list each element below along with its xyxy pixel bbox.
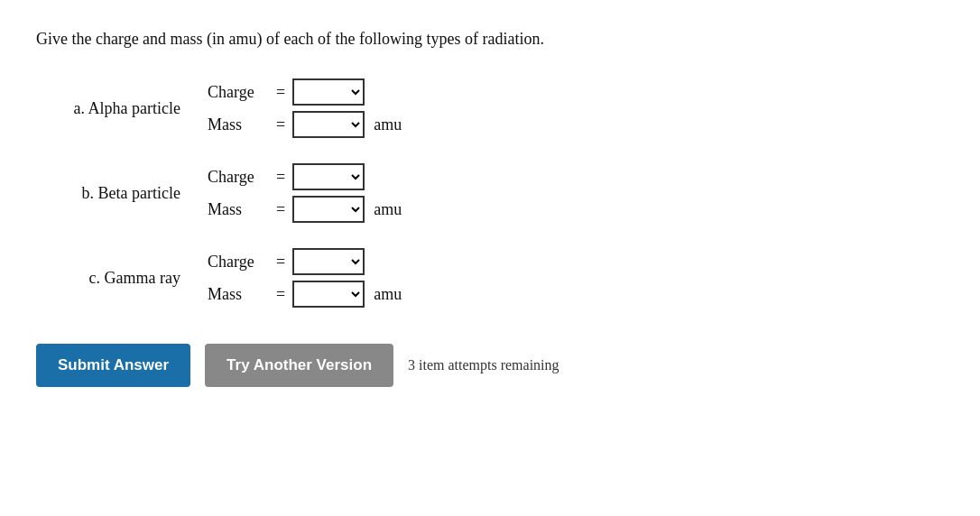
gamma-mass-equals: = (276, 285, 285, 304)
beta-particle-row: b. Beta particle Charge = -2 -1 0 +1 +2 … (36, 163, 944, 223)
gamma-mass-row: Mass = 0 1 2 4 amu (208, 281, 402, 308)
alpha-charge-select[interactable]: -2 -1 0 +1 +2 (292, 78, 365, 106)
beta-mass-equals: = (276, 200, 285, 219)
alpha-mass-select[interactable]: 0 1 2 4 (292, 111, 365, 138)
gamma-ray-label: c. Gamma ray (36, 269, 180, 288)
beta-charge-equals: = (276, 168, 285, 187)
gamma-ray-row: c. Gamma ray Charge = -2 -1 0 +1 +2 Mass… (36, 248, 944, 308)
beta-charge-label: Charge (208, 168, 271, 187)
gamma-charge-select[interactable]: -2 -1 0 +1 +2 (292, 248, 365, 275)
beta-charge-select[interactable]: -2 -1 0 +1 +2 (292, 163, 365, 190)
beta-mass-row: Mass = 0 1 2 4 amu (208, 196, 402, 223)
alpha-mass-label: Mass (208, 115, 271, 134)
beta-amu: amu (374, 200, 402, 219)
try-another-button[interactable]: Try Another Version (205, 344, 393, 387)
beta-mass-select[interactable]: 0 1 2 4 (292, 196, 365, 223)
submit-button[interactable]: Submit Answer (36, 344, 190, 387)
attempts-remaining: 3 item attempts remaining (408, 357, 559, 373)
gamma-charge-label: Charge (208, 253, 271, 272)
alpha-charge-equals: = (276, 83, 285, 102)
gamma-charge-row: Charge = -2 -1 0 +1 +2 (208, 248, 402, 275)
gamma-amu: amu (374, 285, 402, 304)
gamma-fields: Charge = -2 -1 0 +1 +2 Mass = 0 1 (208, 248, 402, 308)
alpha-mass-row: Mass = 0 1 2 4 amu (208, 111, 402, 138)
alpha-mass-equals: = (276, 115, 285, 134)
alpha-particle-label: a. Alpha particle (36, 99, 180, 118)
gamma-mass-select[interactable]: 0 1 2 4 (292, 281, 365, 308)
alpha-particle-row: a. Alpha particle Charge = -2 -1 0 +1 +2… (36, 78, 944, 138)
radiation-section: a. Alpha particle Charge = -2 -1 0 +1 +2… (36, 78, 944, 308)
alpha-amu: amu (374, 115, 402, 134)
beta-particle-label: b. Beta particle (36, 184, 180, 203)
question-text: Give the charge and mass (in amu) of eac… (36, 27, 944, 51)
beta-charge-row: Charge = -2 -1 0 +1 +2 (208, 163, 402, 190)
gamma-mass-label: Mass (208, 285, 271, 304)
gamma-charge-equals: = (276, 253, 285, 272)
alpha-charge-label: Charge (208, 83, 271, 102)
alpha-charge-row: Charge = -2 -1 0 +1 +2 (208, 78, 402, 106)
beta-mass-label: Mass (208, 200, 271, 219)
beta-fields: Charge = -2 -1 0 +1 +2 Mass = 0 1 (208, 163, 402, 223)
buttons-row: Submit Answer Try Another Version 3 item… (36, 344, 944, 387)
alpha-fields: Charge = -2 -1 0 +1 +2 Mass = 0 1 (208, 78, 402, 138)
